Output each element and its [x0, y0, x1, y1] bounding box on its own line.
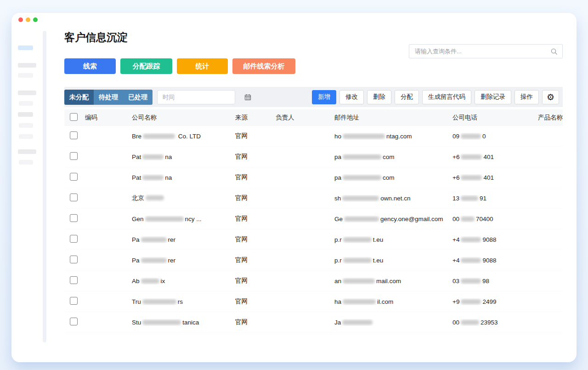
operate-button[interactable]: 操作: [514, 90, 539, 104]
date-input[interactable]: [162, 93, 244, 101]
redacted-text: [141, 258, 167, 263]
cell-email: hontag.com: [334, 133, 452, 140]
redacted-text: [142, 320, 181, 325]
sidebar-item[interactable]: [18, 91, 36, 95]
cell-source: 官网: [235, 318, 276, 326]
add-button[interactable]: 新增: [312, 90, 336, 104]
table-row[interactable]: Parer 官网 p.rt.eu +49088: [64, 250, 563, 271]
cell-company-name: Trurs: [132, 298, 235, 305]
redacted-text: [461, 154, 482, 159]
sidebar-item[interactable]: [18, 73, 33, 78]
redacted-text: [461, 299, 481, 304]
sidebar-item[interactable]: [19, 101, 33, 106]
page-title: 客户信息沉淀: [64, 30, 128, 45]
table-row[interactable]: Genncy ... 官网 Gegency.one@gmail.com 0070…: [64, 209, 563, 229]
row-checkbox[interactable]: [70, 318, 78, 325]
redacted-text: [141, 237, 167, 242]
sidebar-item[interactable]: [18, 112, 33, 117]
cell-source: 官网: [235, 277, 276, 285]
row-checkbox[interactable]: [70, 173, 78, 181]
cell-source: 官网: [235, 153, 276, 161]
redacted-text: [343, 299, 376, 304]
row-checkbox[interactable]: [70, 276, 78, 284]
delete-button[interactable]: 删除: [367, 90, 391, 104]
settings-button[interactable]: ⚙: [542, 90, 559, 104]
table-row[interactable]: Bre Co. LTD 官网 hontag.com 090: [64, 126, 563, 147]
search-input[interactable]: [414, 47, 550, 55]
redacted-text: [461, 279, 481, 284]
close-window-icon[interactable]: [18, 17, 23, 22]
redacted-text: [142, 299, 176, 304]
zoom-window-icon[interactable]: [33, 17, 38, 22]
row-checkbox[interactable]: [70, 297, 78, 305]
table-row[interactable]: Patna 官网 pacom +6401: [64, 167, 563, 188]
toolbar: 未分配 待处理 已处理 新增 修改 删除 分配 生成留言代码 删除记录 操作 ⚙: [64, 87, 563, 107]
table-row[interactable]: Patna 官网 pacom +6401: [64, 147, 563, 167]
sidebar-divider: [43, 31, 46, 342]
row-checkbox[interactable]: [70, 235, 78, 243]
table-row[interactable]: Trurs 官网 hail.com +92499: [64, 291, 563, 312]
statistics-button[interactable]: 统计: [177, 58, 228, 74]
assign-button[interactable]: 分配: [395, 90, 419, 104]
sidebar-item[interactable]: [19, 160, 33, 165]
row-checkbox[interactable]: [70, 194, 78, 201]
sidebar-item[interactable]: [18, 63, 36, 68]
cell-company-name: Parer: [132, 236, 235, 243]
cell-phone: 1391: [452, 195, 534, 202]
edit-button[interactable]: 修改: [339, 90, 364, 104]
assign-track-button[interactable]: 分配跟踪: [120, 58, 172, 74]
minimize-window-icon[interactable]: [26, 17, 30, 22]
redacted-text: [343, 134, 385, 139]
sidebar-item-active[interactable]: [18, 46, 33, 50]
cell-email: p.rt.eu: [334, 257, 452, 264]
cell-company-name: Abix: [132, 278, 235, 285]
calendar-icon[interactable]: [244, 94, 251, 101]
tab-unassigned[interactable]: 未分配: [64, 90, 94, 105]
redacted-text: [343, 237, 372, 242]
date-filter: [157, 90, 235, 104]
redacted-text: [142, 175, 164, 180]
cell-company-name: 北京: [132, 194, 235, 202]
cell-email: hail.com: [334, 298, 452, 305]
table-row[interactable]: 北京 官网 shown.net.cn 1391: [64, 188, 563, 209]
cell-source: 官网: [235, 256, 276, 264]
cell-phone: +6401: [452, 174, 534, 181]
redacted-text: [342, 196, 379, 201]
cell-phone: 090: [452, 133, 534, 140]
redacted-text: [145, 216, 184, 222]
email-lead-analysis-button[interactable]: 邮件线索分析: [232, 58, 295, 74]
cell-phone: +6401: [452, 154, 534, 160]
search-icon[interactable]: [550, 48, 558, 55]
select-all-checkbox[interactable]: [70, 113, 78, 121]
sidebar-item[interactable]: [19, 134, 33, 139]
cell-company-name: Bre Co. LTD: [132, 133, 235, 140]
cell-source: 官网: [235, 235, 276, 244]
generate-message-code-button[interactable]: 生成留言代码: [422, 90, 471, 104]
table-row[interactable]: Stutanica 官网 Ja 0023953: [64, 312, 563, 333]
header-phone: 公司电话: [452, 114, 534, 122]
cell-email: pacom: [334, 174, 452, 181]
row-checkbox[interactable]: [70, 152, 78, 160]
tab-processed[interactable]: 已处理: [123, 90, 153, 105]
table-row[interactable]: Abix 官网 anmail.com 0398: [64, 271, 563, 291]
redacted-text: [461, 237, 481, 242]
table-row[interactable]: Parer 官网 p.rt.eu +49088: [64, 229, 563, 250]
redacted-text: [343, 258, 372, 263]
row-checkbox[interactable]: [70, 256, 78, 263]
window-controls: [18, 17, 38, 22]
cell-source: 官网: [235, 297, 276, 306]
status-tabs: 未分配 待处理 已处理: [64, 90, 153, 105]
redacted-text: [343, 154, 381, 159]
cell-phone: 0023953: [452, 319, 534, 326]
sidebar-item[interactable]: [19, 123, 33, 128]
row-checkbox[interactable]: [70, 131, 78, 139]
sidebar-item[interactable]: [18, 149, 36, 154]
leads-button[interactable]: 线索: [64, 58, 116, 74]
module-nav: 线索 分配跟踪 统计 邮件线索分析: [64, 58, 295, 74]
tab-pending[interactable]: 待处理: [94, 90, 123, 105]
app-window: 客户信息沉淀 线索 分配跟踪 统计 邮件线索分析 未分配 待处理 已处理 新增 …: [11, 13, 577, 362]
cell-email: anmail.com: [334, 278, 452, 285]
cell-email: p.rt.eu: [334, 236, 452, 243]
row-checkbox[interactable]: [70, 214, 78, 222]
delete-record-button[interactable]: 删除记录: [475, 90, 511, 104]
